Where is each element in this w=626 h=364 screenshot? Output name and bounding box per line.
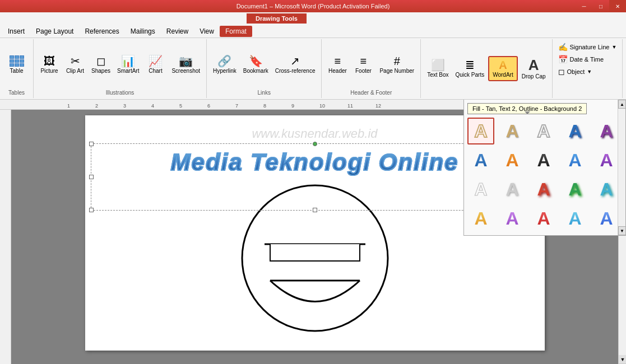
maximize-button[interactable]: □ xyxy=(592,0,609,12)
wordart-style-7[interactable]: A xyxy=(499,147,526,174)
menu-references[interactable]: References xyxy=(79,26,124,37)
window-controls: ─ □ ✕ xyxy=(576,0,626,12)
handle-bottom-left[interactable] xyxy=(89,208,94,212)
ribbon-group-tables: Table Tables xyxy=(0,39,34,98)
cross-reference-icon: ↗ xyxy=(290,55,300,67)
wordart-icon: A xyxy=(499,59,507,71)
picture-button[interactable]: 🖼 Picture xyxy=(37,53,62,76)
wordart-tooltip: Fill - Tan, Text 2, Outline - Background… xyxy=(467,103,587,114)
wordart-style-1[interactable]: A xyxy=(467,118,494,144)
wordart-style-9[interactable]: A xyxy=(562,147,588,174)
scroll-down-button[interactable]: ▼ xyxy=(619,355,626,364)
wordart-style-11[interactable]: A xyxy=(467,176,494,203)
quickparts-button[interactable]: ≣ Quick Parts xyxy=(453,57,488,80)
menu-view[interactable]: View xyxy=(194,26,220,37)
footer-button[interactable]: ≡ Footer xyxy=(351,53,375,76)
panel-scroll-up[interactable]: ▲ xyxy=(618,100,626,109)
hyperlink-icon: 🔗 xyxy=(217,55,231,67)
page-number-button[interactable]: # Page Number xyxy=(377,53,417,76)
panel-scroll-down[interactable]: ▼ xyxy=(618,226,626,235)
circle-svg xyxy=(237,177,393,339)
wordart-style-6[interactable]: A xyxy=(467,147,494,174)
hyperlink-button[interactable]: 🔗 Hyperlink xyxy=(210,53,239,76)
wordart-style-13[interactable]: A xyxy=(530,176,557,203)
quickparts-icon: ≣ xyxy=(465,59,475,71)
ribbon-group-illustrations: 🖼 Picture ✂ Clip Art ◻ Shapes 📊 SmartArt… xyxy=(34,39,207,98)
wordart-style-18[interactable]: A xyxy=(530,205,557,232)
wordart-style-14[interactable]: A xyxy=(562,176,588,203)
ribbon-group-header-footer: ≡ Header ≡ Footer # Page Number Header &… xyxy=(322,39,421,98)
wordart-style-19[interactable]: A xyxy=(562,205,588,232)
wordart-style-16[interactable]: A xyxy=(467,205,494,232)
menu-mailings[interactable]: Mailings xyxy=(125,26,161,37)
wordart-style-2[interactable]: A xyxy=(499,118,526,144)
smartart-button[interactable]: 📊 SmartArt xyxy=(114,53,142,76)
wordart-style-5[interactable]: A xyxy=(593,118,620,144)
title-bar: Document1 – Microsoft Word (Product Acti… xyxy=(0,0,626,12)
panel-scrollbar: ▲ ▼ xyxy=(618,100,625,235)
dropcap-icon: A xyxy=(528,58,539,72)
wordart-style-15[interactable]: A xyxy=(593,176,620,203)
menu-page-layout[interactable]: Page Layout xyxy=(30,26,79,37)
signature-line-button[interactable]: ✍ Signature Line ▼ xyxy=(556,41,619,53)
drawing-tools-tab: Drawing Tools xyxy=(247,13,307,24)
wordart-style-17[interactable]: A xyxy=(499,205,526,232)
footer-icon: ≡ xyxy=(360,55,367,67)
minimize-button[interactable]: ─ xyxy=(576,0,592,12)
object-button[interactable]: ◻ Object ▼ xyxy=(556,66,619,77)
links-group-label: Links xyxy=(258,87,271,96)
wordart-style-20[interactable]: A xyxy=(593,205,620,232)
wordart-style-4[interactable]: A xyxy=(562,118,588,144)
textbox-icon: ⬜ xyxy=(431,59,445,71)
drawing-tools-banner: Drawing Tools xyxy=(0,12,626,25)
menu-insert[interactable]: Insert xyxy=(2,26,30,37)
table-icon xyxy=(10,55,24,67)
title-text: Document1 – Microsoft Word (Product Acti… xyxy=(237,3,390,10)
close-button[interactable]: ✕ xyxy=(609,0,626,12)
tables-group-label: Tables xyxy=(8,87,25,96)
ribbon: Table Tables 🖼 Picture ✂ Clip Art ◻ Shap… xyxy=(0,38,626,100)
header-button[interactable]: ≡ Header xyxy=(325,53,350,76)
menu-format[interactable]: Format xyxy=(220,26,252,37)
chart-button[interactable]: 📈 Chart xyxy=(143,53,168,76)
wordart-style-3[interactable]: A xyxy=(530,118,557,144)
screenshot-button[interactable]: 📷 Screenshot xyxy=(169,53,203,76)
left-sidebar xyxy=(0,110,11,364)
shapes-button[interactable]: ◻ Shapes xyxy=(89,53,113,76)
ribbon-group-symbols: π Equation Ω Symbol Symbols xyxy=(623,39,626,98)
menu-bar: Insert Page Layout References Mailings R… xyxy=(0,25,626,38)
object-icon: ◻ xyxy=(558,67,565,76)
table-button[interactable]: Table xyxy=(4,53,29,76)
screenshot-icon: 📷 xyxy=(179,55,193,67)
date-time-button[interactable]: 📅 Date & Time xyxy=(556,54,619,65)
circle-drawing[interactable] xyxy=(237,177,393,341)
wordart-style-12[interactable]: A xyxy=(499,176,526,203)
clip-art-button[interactable]: ✂ Clip Art xyxy=(63,53,87,76)
header-icon: ≡ xyxy=(335,55,341,67)
table-label: Table xyxy=(10,68,24,74)
menu-review[interactable]: Review xyxy=(161,26,194,37)
wordart-button[interactable]: A WordArt xyxy=(488,56,518,81)
wordart-styles-panel: Fill - Tan, Text 2, Outline - Background… xyxy=(463,100,626,236)
smartart-icon: 📊 xyxy=(121,55,135,67)
header-footer-group-label: Header & Footer xyxy=(350,87,392,96)
chart-icon: 📈 xyxy=(149,55,163,67)
page-number-icon: # xyxy=(394,55,400,67)
bookmark-icon: 🔖 xyxy=(249,55,263,67)
bookmark-button[interactable]: 🔖 Bookmark xyxy=(240,53,271,76)
dropcap-button[interactable]: A Drop Cap xyxy=(519,55,549,82)
ribbon-group-signature: ✍ Signature Line ▼ 📅 Date & Time ◻ Objec… xyxy=(553,39,623,98)
textbox-button[interactable]: ⬜ Text Box xyxy=(424,57,451,80)
picture-icon: 🖼 xyxy=(44,55,55,67)
shapes-icon: ◻ xyxy=(96,55,106,67)
clip-art-icon: ✂ xyxy=(71,55,80,67)
ribbon-group-links: 🔗 Hyperlink 🔖 Bookmark ↗ Cross-reference… xyxy=(207,39,322,98)
illustrations-group-label: Illustrations xyxy=(106,87,135,96)
wordart-style-10[interactable]: A xyxy=(593,147,620,174)
cross-reference-button[interactable]: ↗ Cross-reference xyxy=(272,53,318,76)
ribbon-group-text: ⬜ Text Box ≣ Quick Parts A WordArt A Dro… xyxy=(421,39,552,98)
wordart-style-8[interactable]: A xyxy=(530,147,557,174)
handle-top-center[interactable] xyxy=(313,142,317,146)
handle-top-left[interactable] xyxy=(89,142,94,146)
date-time-icon: 📅 xyxy=(558,55,568,64)
